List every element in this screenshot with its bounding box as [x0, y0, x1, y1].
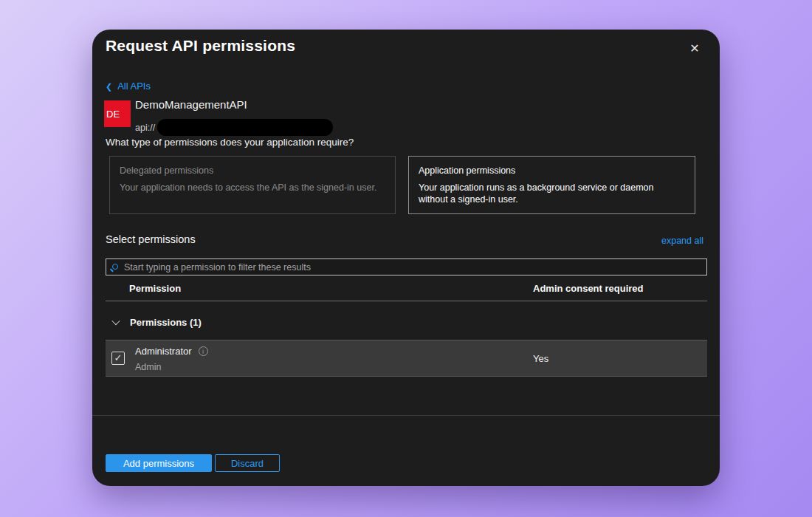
permission-checkbox[interactable]: ✓ [111, 352, 125, 365]
api-uri-prefix: api:// [135, 123, 155, 133]
column-header-admin-consent: Admin consent required [533, 283, 644, 294]
table-row[interactable]: ✓ Administrator i Admin Yes [106, 340, 707, 377]
select-permissions-heading: Select permissions [106, 233, 196, 245]
permission-search-box[interactable] [106, 258, 707, 275]
permission-type-question: What type of permissions does your appli… [106, 137, 354, 148]
table-header-divider [106, 301, 707, 301]
permission-name-line: Administrator i [135, 346, 208, 357]
permissions-group-label: Permissions (1) [130, 317, 202, 328]
permission-description: Admin [135, 362, 161, 372]
permission-name: Administrator [135, 346, 192, 357]
desktop-background: Request API permissions ✕ ❮ All APIs DE … [0, 0, 812, 517]
delegated-permissions-description: Your application needs to access the API… [120, 182, 385, 194]
discard-button[interactable]: Discard [215, 454, 280, 472]
api-logo-initials: DE [106, 109, 120, 120]
info-icon: i [199, 346, 208, 356]
footer-divider [92, 415, 720, 416]
column-header-permission: Permission [129, 283, 181, 294]
back-link-all-apis[interactable]: ❮ All APIs [106, 81, 151, 92]
permission-search-input[interactable] [124, 262, 701, 273]
expand-all-link[interactable]: expand all [661, 236, 703, 246]
application-permissions-description: Your application runs as a background se… [419, 182, 685, 205]
page-title: Request API permissions [106, 37, 295, 55]
api-name: DemoManagementAPI [135, 98, 247, 111]
chevron-down-icon [111, 317, 120, 325]
permissions-group-toggle[interactable]: Permissions (1) [106, 312, 707, 332]
search-icon [112, 264, 118, 270]
delegated-permissions-card[interactable]: Delegated permissions Your application n… [109, 156, 396, 214]
close-icon[interactable]: ✕ [686, 39, 703, 57]
api-uri: api:// [135, 119, 333, 136]
checkmark-icon: ✓ [114, 353, 123, 363]
request-api-permissions-dialog: Request API permissions ✕ ❮ All APIs DE … [92, 30, 720, 486]
back-link-label: All APIs [117, 81, 151, 92]
add-permissions-button[interactable]: Add permissions [106, 454, 212, 472]
chevron-left-icon: ❮ [106, 82, 112, 91]
delegated-permissions-title: Delegated permissions [120, 165, 385, 176]
api-logo: DE [104, 100, 131, 127]
application-permissions-card[interactable]: Application permissions Your application… [408, 156, 695, 214]
admin-consent-value: Yes [533, 340, 548, 377]
application-permissions-title: Application permissions [419, 165, 685, 176]
redacted-api-uri [157, 119, 333, 136]
